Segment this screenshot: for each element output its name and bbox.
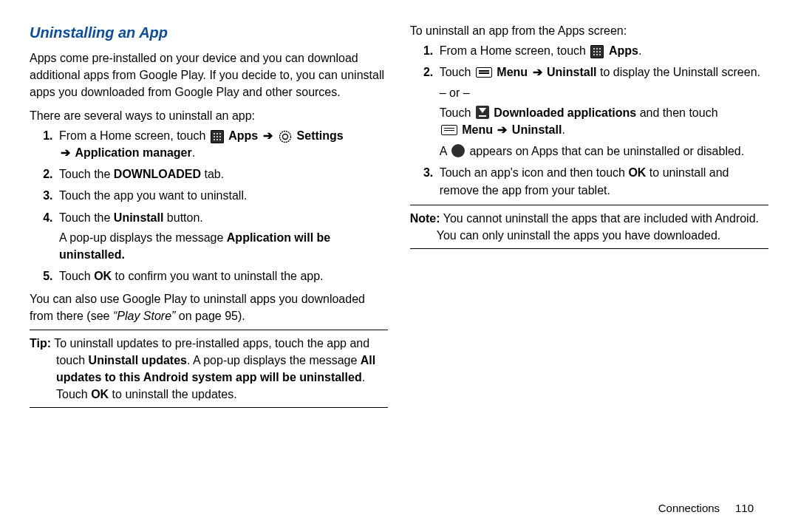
text: to confirm you want to uninstall the app… <box>112 270 323 282</box>
uninstall-label: Uninstall <box>547 66 597 78</box>
play-store-ref: “Play Store” <box>113 310 175 322</box>
left-step-1: From a Home screen, touch Apps ➔ Setting… <box>56 127 388 161</box>
uninstall-label: Uninstall <box>114 211 164 224</box>
text: Touch the app you want to uninstall. <box>59 189 247 202</box>
text: Touch the <box>59 211 114 224</box>
divider <box>410 248 768 249</box>
divider <box>30 407 388 408</box>
downloaded-label: DOWNLOADED <box>114 168 201 180</box>
menu-label: Menu <box>497 66 528 78</box>
text: A pop-up displays the message <box>59 231 227 244</box>
period: . <box>192 146 195 159</box>
text: Touch <box>440 106 474 119</box>
left-step-5: Touch OK to confirm you want to uninstal… <box>56 267 388 284</box>
tip-label: Tip: <box>30 337 51 349</box>
note-text: You cannot uninstall the apps that are i… <box>437 212 759 242</box>
right-step-3: Touch an app's icon and then touch OK to… <box>437 164 768 198</box>
or-text: – or – <box>440 84 768 101</box>
tip-block: Tip: To uninstall updates to pre-install… <box>30 335 388 403</box>
text: Touch <box>440 66 474 78</box>
menu-icon <box>476 67 492 78</box>
text: . A pop-up displays the message <box>187 354 361 366</box>
menu-icon <box>441 125 457 135</box>
ok-label: OK <box>91 388 109 400</box>
ok-label: OK <box>94 270 112 282</box>
note-block: Note: You cannot uninstall the apps that… <box>410 210 768 244</box>
section-heading: Uninstalling an App <box>30 22 388 44</box>
right-step-2: Touch Menu ➔ Uninstall to display the Un… <box>437 64 768 160</box>
lead-paragraph: There are several ways to uninstall an a… <box>30 107 388 124</box>
apps-icon <box>590 45 604 58</box>
text: on page 95). <box>175 310 245 322</box>
apps-label: Apps <box>609 44 638 57</box>
uninstall-updates-label: Uninstall updates <box>89 354 187 366</box>
text: tab. <box>201 168 224 180</box>
left-step-2: Touch the DOWNLOADED tab. <box>56 166 388 183</box>
text: appears on Apps that can be uninstalled … <box>469 145 744 157</box>
app-manager-label: Application manager <box>75 146 191 159</box>
also-paragraph: You can also use Google Play to uninstal… <box>30 290 388 324</box>
footer-section: Connections <box>658 502 720 514</box>
right-step-1: From a Home screen, touch Apps. <box>437 42 768 59</box>
page: Uninstalling an App Apps come pre-instal… <box>0 0 798 488</box>
apps-icon <box>211 130 224 143</box>
period: . <box>562 123 565 136</box>
gear-icon <box>279 130 292 143</box>
svg-point-0 <box>280 131 291 142</box>
text: Touch an app's icon and then touch <box>440 166 629 179</box>
right-column: To uninstall an app from the Apps screen… <box>410 22 768 473</box>
text: Touch the <box>59 168 114 180</box>
arrow-icon: ➔ <box>531 64 544 81</box>
left-column: Uninstalling an App Apps come pre-instal… <box>30 22 388 473</box>
text: and then touch <box>640 106 718 119</box>
arrow-icon: ➔ <box>262 127 274 144</box>
text: to uninstall the updates. <box>109 388 236 400</box>
left-step-4: Touch the Uninstall button. A pop-up dis… <box>56 209 388 264</box>
divider <box>410 205 768 205</box>
page-footer: Connections 110 <box>658 502 754 514</box>
text: From a Home screen, touch <box>59 129 209 142</box>
period: . <box>638 44 641 57</box>
menu-label: Menu <box>462 123 493 136</box>
text: to display the Uninstall screen. <box>600 66 760 78</box>
left-steps-list: From a Home screen, touch Apps ➔ Setting… <box>30 127 388 285</box>
text: A <box>440 145 450 157</box>
settings-label: Settings <box>297 129 344 142</box>
left-step-3: Touch the app you want to uninstall. <box>56 187 388 204</box>
right-intro: To uninstall an app from the Apps screen… <box>410 22 768 39</box>
downloaded-apps-label: Downloaded applications <box>494 106 636 119</box>
text: Touch <box>59 270 94 282</box>
footer-page-number: 110 <box>735 502 754 514</box>
text: button. <box>163 211 202 224</box>
intro-paragraph: Apps come pre-installed on your device a… <box>30 50 388 101</box>
apps-label: Apps <box>228 129 258 142</box>
arrow-icon: ➔ <box>496 121 508 138</box>
text: From a Home screen, touch <box>440 44 590 57</box>
svg-point-1 <box>283 134 288 139</box>
minus-circle-icon <box>451 144 465 157</box>
divider <box>30 330 388 330</box>
uninstall-label: Uninstall <box>512 123 562 136</box>
download-icon <box>476 106 489 119</box>
right-steps-list: From a Home screen, touch Apps. Touch Me… <box>410 42 768 199</box>
arrow-icon: ➔ <box>59 144 72 161</box>
ok-label: OK <box>628 166 646 179</box>
note-label: Note: <box>410 212 440 225</box>
